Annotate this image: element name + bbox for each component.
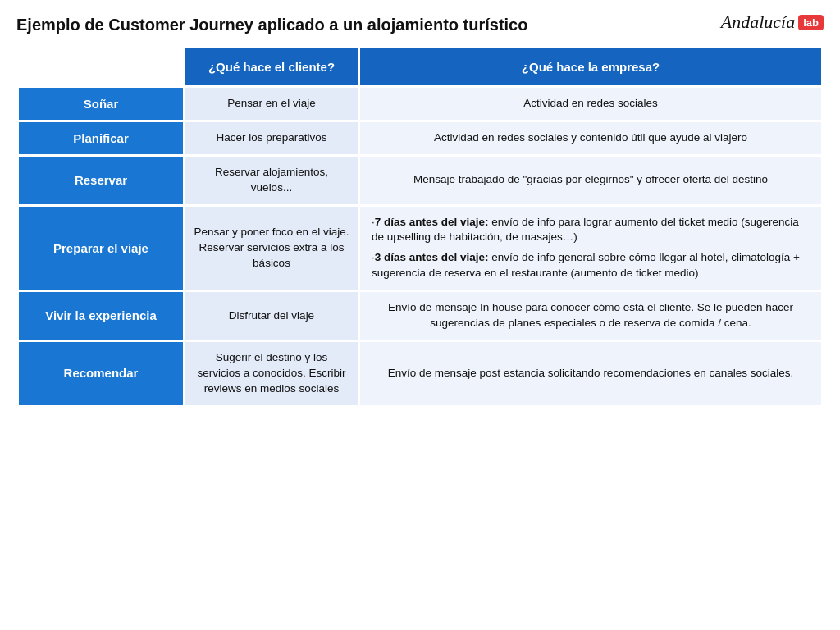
client-cell: Disfrutar del viaje [185, 292, 358, 340]
client-cell: Hacer los preparativos [185, 122, 358, 154]
client-cell: Reservar alojamientos, vuelos... [185, 157, 358, 204]
stage-cell: Planificar [19, 122, 183, 154]
client-cell: Sugerir el destino y los servicios a con… [185, 342, 358, 405]
header-client: ¿Qué hace el cliente? [185, 48, 358, 85]
stage-cell: Soñar [19, 88, 183, 120]
stage-cell: Preparar el viaje [19, 207, 183, 290]
header-company: ¿Qué hace la empresa? [360, 48, 821, 85]
client-cell: Pensar en el viaje [185, 88, 358, 120]
table-row: PlanificarHacer los preparativosActivida… [19, 122, 821, 154]
page-title: Ejemplo de Customer Journey aplicado a u… [16, 15, 824, 34]
company-cell: Envío de mensaje In house para conocer c… [360, 292, 821, 340]
header-empty [19, 48, 183, 85]
stage-cell: Recomendar [19, 342, 183, 405]
logo-area: Andalucía lab [721, 11, 824, 33]
company-cell: Mensaje trabajado de "gracias por elegir… [360, 157, 821, 204]
logo-lab: lab [798, 15, 824, 30]
table-row: Vivir la experienciaDisfrutar del viajeE… [19, 292, 821, 340]
company-cell: Envío de mensaje post estancia solicitan… [360, 342, 821, 405]
table-row: SoñarPensar en el viajeActividad en rede… [19, 88, 821, 120]
stage-cell: Reservar [19, 157, 183, 204]
company-cell: Actividad en redes sociales y contenido … [360, 122, 821, 154]
company-cell: ·7 días antes del viaje: envío de info p… [360, 207, 821, 290]
customer-journey-table: ¿Qué hace el cliente? ¿Qué hace la empre… [16, 46, 824, 408]
table-row: ReservarReservar alojamientos, vuelos...… [19, 157, 821, 204]
stage-cell: Vivir la experiencia [19, 292, 183, 340]
logo-main: Andalucía [721, 11, 795, 33]
client-cell: Pensar y poner foco en el viaje. Reserva… [185, 207, 358, 290]
table-row: RecomendarSugerir el destino y los servi… [19, 342, 821, 405]
table-row: Preparar el viajePensar y poner foco en … [19, 207, 821, 290]
company-cell: Actividad en redes sociales [360, 88, 821, 120]
